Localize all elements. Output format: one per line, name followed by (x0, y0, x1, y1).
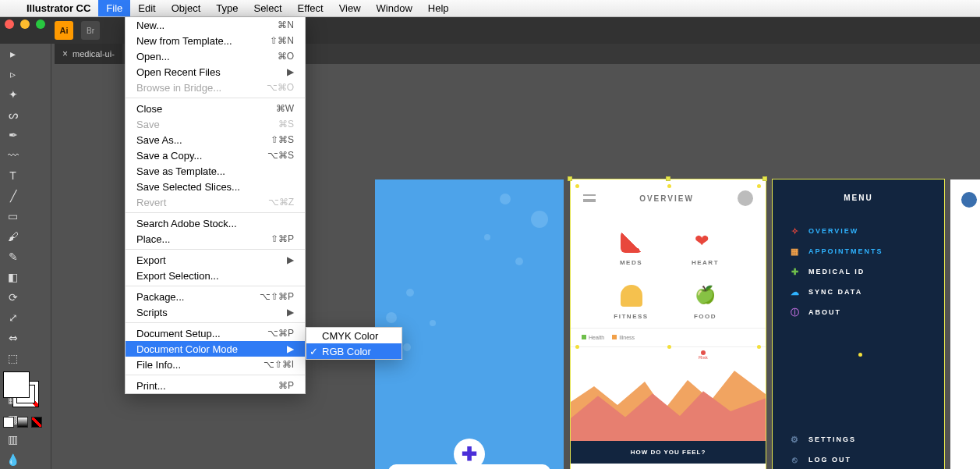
file-export[interactable]: Export▶ (126, 252, 305, 268)
illustrator-app-icon: Ai (55, 21, 73, 40)
rectangle-tool[interactable]: ▭ (0, 206, 26, 226)
file-new-template[interactable]: New from Template...⇧⌘N (126, 33, 305, 48)
lasso-tool[interactable]: ᔕ (0, 105, 26, 125)
avatar[interactable] (738, 190, 753, 206)
menu-item-settings[interactable]: ⚙SETTINGS (773, 429, 944, 449)
document-tab[interactable]: × medical-ui- (55, 44, 122, 64)
file-save-as[interactable]: Save As...⇧⌘S (126, 132, 305, 147)
menu-title: MENU (773, 179, 944, 221)
menu-window[interactable]: Window (369, 0, 420, 16)
menu-view[interactable]: View (331, 0, 369, 16)
hamburger-icon[interactable] (583, 194, 596, 202)
color-mode-button[interactable] (3, 417, 14, 428)
free-transform-tool[interactable]: ⬚ (0, 348, 26, 368)
menu-file[interactable]: File (98, 0, 130, 16)
minimize-window-button[interactable] (20, 20, 30, 29)
fitness-icon (621, 285, 642, 307)
risk-marker: Risk (699, 350, 708, 360)
macos-menubar: Illustrator CC File Edit Object Type Sel… (0, 0, 980, 17)
menu-item-overview[interactable]: ✧OVERVIEW (773, 221, 944, 241)
plus-button[interactable]: ✚ (454, 439, 485, 469)
type-tool[interactable]: T (0, 165, 26, 186)
file-browse-bridge: Browse in Bridge...⌥⌘O (126, 80, 305, 95)
menu-item-about[interactable]: ⓘABOUT (773, 302, 944, 322)
bridge-app-icon[interactable]: Br (81, 21, 100, 40)
file-color-mode[interactable]: Document Color Mode▶ (126, 341, 305, 357)
tools-panel: ▸ ▹ ✦ ᔕ ✒ 〰 T ╱ ▭ 🖌 ✎ ◧ ⟳ ⤢ ⇔ ⬚ ◯ ▦ ▩ ▥ … (0, 44, 51, 469)
paintbrush-tool[interactable]: 🖌 (0, 226, 26, 247)
menu-item-logout[interactable]: ⎋LOG OUT (773, 449, 944, 469)
none-mode-button[interactable] (31, 417, 42, 428)
maximize-window-button[interactable] (36, 20, 45, 29)
gradient-tool[interactable]: ▥ (0, 429, 26, 449)
cmyk-option[interactable]: CMYK Color (306, 328, 402, 343)
menu-item-sync[interactable]: ☁SYNC DATA (773, 282, 944, 302)
artboard-login[interactable]: Email LOGIN NOW ✚ Forgot password? Creat… (375, 179, 564, 469)
menu-item-appointments[interactable]: ▦APPOINTMENTS (773, 241, 944, 261)
menu-select[interactable]: Select (246, 0, 289, 16)
checkmark-icon: ✓ (310, 346, 318, 357)
selection-tool[interactable]: ▸ (0, 44, 26, 64)
fill-swatch[interactable] (3, 371, 30, 398)
artboard-overview[interactable]: OVERVIEW MEDS ❤HEART FITNESS 🍏FOOD Healt… (571, 179, 766, 469)
magic-wand-tool[interactable]: ✦ (0, 84, 26, 105)
app-name[interactable]: Illustrator CC (19, 2, 98, 14)
pulse-icon: ✧ (790, 226, 801, 236)
calendar-icon: ▦ (790, 246, 801, 257)
file-print[interactable]: Print...⌘P (126, 378, 305, 393)
food-tile[interactable]: 🍏FOOD (668, 285, 742, 320)
direct-selection-tool[interactable]: ▹ (0, 64, 26, 84)
file-open[interactable]: Open...⌘O (126, 48, 305, 64)
menu-item-medical-id[interactable]: ✚MEDICAL ID (773, 261, 944, 282)
file-info[interactable]: File Info...⌥⇧⌘I (126, 357, 305, 372)
file-document-setup[interactable]: Document Setup...⌥⌘P (126, 325, 305, 341)
fitness-tile[interactable]: FITNESS (594, 285, 668, 320)
scale-tool[interactable]: ⤢ (0, 307, 26, 328)
file-save-slices[interactable]: Save Selected Slices... (126, 179, 305, 194)
file-save: Save⌘S (126, 116, 305, 132)
heart-icon: ❤ (695, 231, 716, 253)
menu-effect[interactable]: Effect (290, 0, 331, 16)
file-close[interactable]: Close⌘W (126, 101, 305, 116)
food-icon: 🍏 (695, 285, 716, 307)
menu-edit[interactable]: Edit (130, 0, 163, 16)
eraser-tool[interactable]: ◧ (0, 267, 26, 287)
file-place[interactable]: Place...⇧⌘P (126, 231, 305, 247)
width-tool[interactable]: ⇔ (0, 328, 26, 348)
color-mode-submenu: CMYK Color ✓RGB Color (306, 327, 402, 360)
file-search-stock[interactable]: Search Adobe Stock... (126, 215, 305, 231)
artboard-partial[interactable] (950, 179, 980, 469)
rgb-option[interactable]: ✓RGB Color (306, 343, 402, 359)
meds-tile[interactable]: MEDS (594, 231, 668, 266)
menu-help[interactable]: Help (420, 0, 457, 16)
shaper-tool[interactable]: ✎ (0, 247, 26, 267)
info-icon: ⓘ (790, 307, 801, 318)
menu-object[interactable]: Object (164, 0, 209, 16)
file-scripts[interactable]: Scripts▶ (126, 304, 305, 320)
heart-tile[interactable]: ❤HEART (668, 231, 742, 266)
file-save-copy[interactable]: Save a Copy...⌥⌘S (126, 147, 305, 163)
file-revert: Revert⌥⌘Z (126, 194, 305, 210)
file-save-template[interactable]: Save as Template... (126, 163, 305, 179)
plus-icon: ✚ (790, 266, 801, 277)
pen-tool[interactable]: ✒ (0, 125, 26, 145)
rotate-tool[interactable]: ⟳ (0, 287, 26, 307)
gradient-mode-button[interactable] (17, 417, 28, 428)
file-package[interactable]: Package...⌥⇧⌘P (126, 289, 305, 304)
artboard-menu[interactable]: MENU ✧OVERVIEW ▦APPOINTMENTS ✚MEDICAL ID… (773, 179, 944, 469)
fill-stroke-swatches[interactable] (3, 371, 48, 428)
close-window-button[interactable] (5, 20, 14, 29)
meds-icon (621, 231, 642, 253)
eyedropper-tool[interactable]: 💧 (0, 449, 26, 469)
feeling-prompt[interactable]: HOW DO YOU FEEL? (571, 441, 766, 464)
overview-chart: Risk (571, 347, 766, 441)
menu-type[interactable]: Type (208, 0, 246, 16)
close-tab-icon[interactable]: × (62, 48, 68, 59)
curvature-tool[interactable]: 〰 (0, 145, 26, 165)
window-controls (5, 20, 45, 29)
file-export-selection[interactable]: Export Selection... (126, 268, 305, 283)
file-open-recent[interactable]: Open Recent Files▶ (126, 64, 305, 80)
line-tool[interactable]: ╱ (0, 186, 26, 206)
file-menu-dropdown: New...⌘N New from Template...⇧⌘N Open...… (125, 17, 306, 394)
file-new[interactable]: New...⌘N (126, 17, 305, 33)
